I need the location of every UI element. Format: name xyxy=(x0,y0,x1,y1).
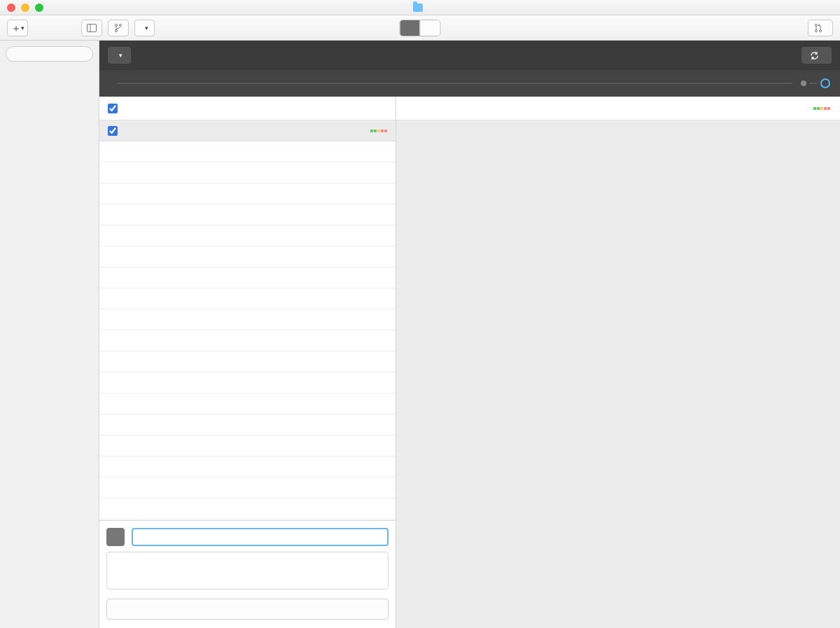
toolbar: ＋▾ ▾ xyxy=(0,15,840,41)
empty-file-list xyxy=(99,141,396,520)
commit-summary-input[interactable] xyxy=(132,528,388,546)
commit-description-input[interactable] xyxy=(106,552,388,589)
window-title xyxy=(413,4,427,12)
svg-point-4 xyxy=(115,29,118,32)
timeline-head-ring[interactable] xyxy=(820,78,830,88)
toggle-sidebar-button[interactable] xyxy=(81,20,102,36)
plus-icon: ＋ xyxy=(11,23,21,33)
chevron-down-icon: ▾ xyxy=(119,52,122,59)
compare-bar: ▾ xyxy=(99,41,840,70)
svg-point-5 xyxy=(816,24,818,26)
svg-point-3 xyxy=(120,24,122,26)
filter-repos-input[interactable] xyxy=(6,46,93,62)
commit-button[interactable] xyxy=(106,599,388,620)
sync-button[interactable] xyxy=(802,47,832,64)
view-segmented xyxy=(400,20,441,36)
changed-file-row[interactable] xyxy=(99,120,396,141)
avatar xyxy=(106,528,125,546)
diff-header xyxy=(396,97,840,120)
diff-indicator xyxy=(813,107,830,110)
diff-pane xyxy=(396,97,840,628)
panel-icon xyxy=(87,24,97,32)
branch-button[interactable] xyxy=(108,20,129,36)
tab-changes[interactable] xyxy=(400,20,420,36)
titlebar xyxy=(0,0,840,15)
changes-pane xyxy=(99,97,396,628)
svg-point-2 xyxy=(115,24,118,26)
timeline-commit-dot[interactable] xyxy=(801,81,806,86)
add-button[interactable]: ＋▾ xyxy=(7,20,28,36)
repo-list[interactable] xyxy=(0,73,99,628)
sync-icon xyxy=(810,51,819,60)
sidebar xyxy=(0,41,99,628)
pull-request-button[interactable] xyxy=(808,20,833,36)
svg-point-6 xyxy=(816,29,818,32)
maximize-icon[interactable] xyxy=(35,4,43,12)
chevron-down-icon: ▾ xyxy=(145,25,148,32)
close-icon[interactable] xyxy=(7,4,15,12)
select-all-checkbox[interactable] xyxy=(108,104,118,113)
sidebar-section-label xyxy=(0,67,99,73)
pull-request-icon xyxy=(814,23,822,33)
minimize-icon[interactable] xyxy=(21,4,29,12)
chevron-down-icon: ▾ xyxy=(21,25,24,32)
diff-indicator xyxy=(370,130,387,132)
timeline-line[interactable] xyxy=(118,83,792,84)
branch-dropdown[interactable]: ▾ xyxy=(134,20,155,36)
svg-rect-0 xyxy=(88,24,97,32)
timeline-bar xyxy=(99,70,840,97)
branch-icon xyxy=(114,23,122,33)
folder-icon xyxy=(413,4,423,12)
changes-header xyxy=(99,97,396,120)
svg-point-7 xyxy=(820,29,822,32)
compare-button[interactable]: ▾ xyxy=(108,47,131,64)
commit-box xyxy=(99,520,396,628)
file-checkbox[interactable] xyxy=(108,126,118,136)
window-controls xyxy=(7,4,43,12)
tab-history[interactable] xyxy=(420,20,440,36)
